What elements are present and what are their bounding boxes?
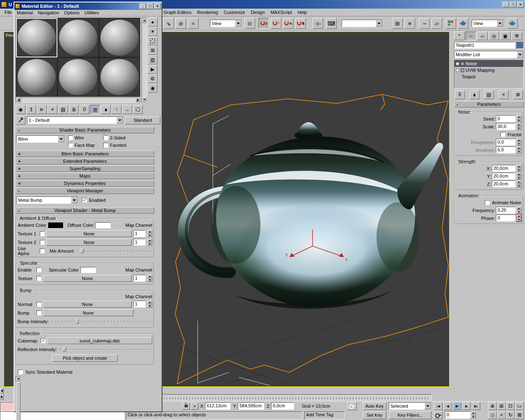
strength-x-spinner[interactable] bbox=[516, 165, 521, 172]
frequency-spinner[interactable] bbox=[516, 207, 521, 214]
remove-modifier-icon[interactable]: × bbox=[499, 90, 509, 99]
put-material-to-scene-icon[interactable]: ↥ bbox=[26, 105, 36, 114]
go-to-parent-icon[interactable]: ↑ bbox=[112, 105, 121, 114]
named-selection-set-dropdown[interactable] bbox=[342, 20, 383, 27]
seed-spinner[interactable] bbox=[516, 115, 521, 122]
sync-standard-material-checkbox[interactable] bbox=[18, 370, 23, 374]
auto-key-button[interactable]: Auto Key bbox=[363, 402, 386, 410]
strength-y-field[interactable]: 20,0cm bbox=[492, 173, 516, 180]
bump-channel-spinner[interactable] bbox=[147, 301, 152, 308]
viewport-manager-rollout-header[interactable]: -Viewport Manager bbox=[16, 187, 154, 194]
me-menu-options[interactable]: Options bbox=[62, 9, 82, 16]
modifier-stack-row-noise[interactable]: Noise bbox=[454, 60, 523, 67]
add-time-tag[interactable]: Add Time Tag bbox=[304, 411, 345, 420]
zoom-region-icon[interactable]: ▭ bbox=[515, 402, 524, 410]
selection-lock-icon[interactable] bbox=[182, 402, 190, 410]
pin-stack-icon[interactable]: ⊼ bbox=[455, 90, 465, 99]
next-frame-icon[interactable]: ▶ bbox=[462, 402, 471, 410]
slots-v-scrollbar[interactable] bbox=[142, 18, 147, 103]
window-close-button[interactable]: × bbox=[517, 2, 524, 7]
curve-editor-icon[interactable]: ∼ bbox=[419, 18, 430, 29]
dialog-maximize-button[interactable]: □ bbox=[147, 3, 153, 9]
z-coord-field[interactable]: 0,0cm bbox=[271, 402, 294, 410]
align-icon[interactable]: ⊞ bbox=[392, 18, 403, 29]
keyboard-shortcut-override-icon[interactable]: ⌨ bbox=[326, 18, 337, 29]
cubemap-file-button[interactable]: sunol_cubemap.dds bbox=[47, 337, 152, 344]
field-of-view-icon[interactable]: ◇ bbox=[488, 411, 497, 419]
iterations-field[interactable]: 6,0 bbox=[496, 146, 516, 153]
backlight-icon[interactable]: ☀ bbox=[148, 27, 158, 36]
texture1-channel-spinner[interactable] bbox=[147, 230, 152, 237]
scroll-right-icon[interactable] bbox=[0, 394, 4, 400]
use-alpha-checkbox[interactable] bbox=[40, 249, 45, 253]
schematic-view-icon[interactable]: ▱ bbox=[431, 18, 442, 29]
strength-z-field[interactable]: 20,0cm bbox=[492, 180, 516, 187]
scroll-left-icon[interactable] bbox=[0, 388, 4, 394]
material-slot-6[interactable] bbox=[99, 57, 140, 97]
maps-rollout-header[interactable]: +Maps bbox=[16, 173, 154, 179]
scrollbar-thumb[interactable] bbox=[16, 382, 21, 420]
texture2-map-button[interactable]: None bbox=[46, 239, 132, 246]
modifier-list-dropdown[interactable]: Modifier List bbox=[454, 51, 524, 58]
normal-map-button[interactable]: None bbox=[43, 301, 132, 308]
material-slot-1[interactable] bbox=[16, 18, 57, 57]
dropdown-arrow-icon[interactable] bbox=[376, 20, 382, 27]
modify-tab-icon[interactable]: ∼ bbox=[466, 32, 476, 40]
create-tab-icon[interactable]: * bbox=[454, 32, 465, 40]
key-filters-button[interactable]: Key Filters... bbox=[389, 411, 431, 419]
make-preview-icon[interactable]: ▶ bbox=[148, 65, 158, 74]
zoom-all-icon[interactable]: ⊞ bbox=[497, 402, 506, 410]
y-coord-field[interactable]: 584,595cm bbox=[238, 402, 264, 410]
display-tab-icon[interactable]: ▣ bbox=[500, 32, 511, 40]
menu-file[interactable]: File bbox=[2, 9, 15, 16]
reflection-intensity-slider[interactable] bbox=[60, 347, 151, 352]
modifier-stack-row-teapot[interactable]: Teapot bbox=[454, 73, 523, 80]
dynamics-rollout-header[interactable]: +Dynamics Properties bbox=[16, 180, 154, 187]
make-material-copy-icon[interactable]: ▤ bbox=[58, 105, 68, 114]
show-end-result-icon[interactable]: ∎ bbox=[470, 90, 479, 99]
scroll-down-icon[interactable] bbox=[142, 97, 146, 102]
percent-snap-icon[interactable]: % bbox=[283, 18, 294, 29]
material-slot-5[interactable] bbox=[57, 57, 99, 97]
dropdown-arrow-icon[interactable] bbox=[425, 403, 431, 409]
dialog-minimize-button[interactable]: _ bbox=[139, 3, 146, 9]
x-coord-field[interactable]: 612,13cm bbox=[205, 402, 231, 410]
slots-h-scrollbar[interactable] bbox=[16, 97, 141, 103]
pan-icon[interactable]: + bbox=[497, 411, 506, 419]
modifier-enable-icon[interactable] bbox=[456, 68, 459, 72]
video-color-check-icon[interactable]: ▥ bbox=[148, 55, 158, 64]
menu-design[interactable]: Design bbox=[248, 9, 267, 16]
rollout-scrollbar[interactable] bbox=[16, 376, 21, 382]
utilities-tab-icon[interactable]: ⚒ bbox=[511, 32, 522, 40]
texture2-checkbox[interactable] bbox=[40, 240, 45, 245]
background-icon[interactable] bbox=[148, 37, 158, 46]
sample-tiling-icon[interactable]: ⊞ bbox=[148, 46, 158, 55]
me-menu-navigation[interactable]: Navigation bbox=[35, 9, 62, 16]
bump-map-checkbox[interactable] bbox=[37, 310, 41, 315]
spinner-snap-icon[interactable]: ⇅ bbox=[295, 18, 306, 29]
modifier-stack-row-uvw[interactable]: UVW Mapping bbox=[454, 67, 523, 73]
key-mode-toggle-icon[interactable] bbox=[434, 411, 443, 419]
pick-material-from-object-icon[interactable] bbox=[16, 116, 25, 125]
material-slot-3[interactable] bbox=[99, 18, 140, 57]
texture1-channel-field[interactable]: 1 bbox=[133, 230, 146, 237]
texture2-channel-spinner[interactable] bbox=[147, 239, 152, 246]
material-map-navigator-icon[interactable] bbox=[133, 105, 143, 114]
configure-modifier-sets-icon[interactable]: ⚙ bbox=[513, 90, 523, 99]
material-editor-titlebar[interactable]: Material Editor - 1 - Default _ □ × bbox=[14, 2, 162, 10]
time-ruler[interactable] bbox=[125, 394, 432, 400]
put-to-library-icon[interactable]: ≣ bbox=[69, 105, 79, 114]
animate-noise-checkbox[interactable] bbox=[485, 200, 490, 205]
phase-spinner[interactable] bbox=[516, 215, 521, 221]
set-key-button[interactable]: Set Key bbox=[363, 411, 386, 419]
go-forward-to-sibling-icon[interactable]: → bbox=[122, 105, 132, 114]
bump-channel-field[interactable]: 1 bbox=[133, 301, 146, 308]
viewport-shader-rollout-header[interactable]: -Viewport Shader - Metal Bump bbox=[16, 207, 154, 214]
options-icon[interactable]: ⚙ bbox=[148, 74, 158, 83]
material-slot-2[interactable] bbox=[57, 18, 99, 57]
show-map-in-viewport-icon[interactable]: ▦ bbox=[90, 105, 100, 114]
specular-color-swatch[interactable] bbox=[80, 267, 96, 273]
render-view-dropdown[interactable]: View bbox=[472, 20, 504, 27]
texture2-channel-field[interactable]: 1 bbox=[133, 239, 146, 246]
zoom-icon[interactable]: ⊕ bbox=[488, 402, 497, 410]
